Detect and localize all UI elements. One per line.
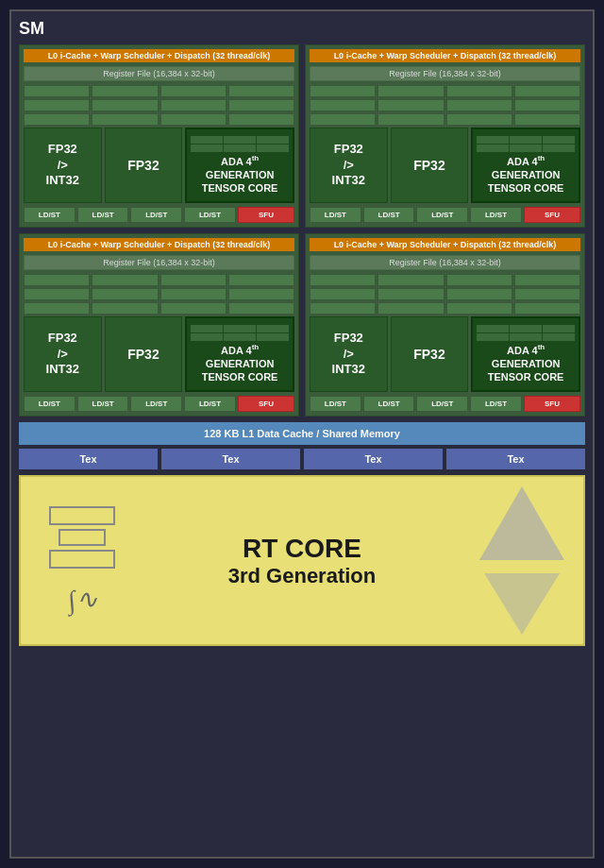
reg-cell — [92, 113, 158, 126]
fp32-int32-block-3: FP32/>INT32 — [24, 316, 102, 392]
ldst-cell-4: LD/ST — [184, 207, 236, 223]
fp32-block-2: FP32 — [391, 128, 469, 203]
reg-cell — [24, 302, 90, 315]
quadrants-grid: L0 i-Cache + Warp Scheduler + Dispatch (… — [19, 44, 585, 417]
tex-cell-2: Tex — [161, 449, 300, 469]
fp32-int32-label-2: FP32/>INT32 — [332, 142, 365, 190]
rt-core-title: RT CORE — [134, 533, 470, 565]
reg-cell — [24, 288, 90, 300]
ldst-sfu-row-4: LD/ST LD/ST LD/ST LD/ST SFU — [310, 396, 580, 412]
reg-cell — [92, 99, 158, 111]
tensor-mini-grid-1 — [191, 136, 289, 152]
reg-cell — [310, 274, 376, 286]
core-row-3: FP32/>INT32 FP32 ADA 4thGENERATIONTENSOR… — [24, 316, 294, 392]
reg-cell — [160, 288, 226, 300]
ldst-cell-10: LD/ST — [77, 396, 129, 412]
register-file-bar-4: Register File (16,384 x 32-bit) — [310, 255, 580, 270]
tensor-mini-grid-3 — [191, 325, 289, 341]
reg-cell — [446, 274, 512, 286]
reg-cell — [92, 274, 158, 286]
ldst-cell-2: LD/ST — [77, 207, 129, 223]
core-row-4: FP32/>INT32 FP32 ADA 4thGENERATIONTENSOR… — [310, 316, 580, 392]
reg-cell — [92, 85, 158, 97]
tensor-label-4: ADA 4thGENERATIONTENSOR CORE — [488, 343, 564, 384]
fp32-int32-block-2: FP32/>INT32 — [310, 128, 388, 203]
reg-cell — [378, 302, 444, 315]
reg-cell — [514, 302, 580, 315]
quadrant-top-left: L0 i-Cache + Warp Scheduler + Dispatch (… — [19, 44, 299, 228]
ldst-cell-5: LD/ST — [310, 207, 361, 223]
register-file-bar-2: Register File (16,384 x 32-bit) — [310, 66, 580, 81]
reg-cell — [228, 288, 294, 300]
reg-cell — [310, 99, 376, 111]
reg-cell — [310, 85, 376, 97]
fp32-int32-label-3: FP32/>INT32 — [46, 331, 79, 379]
fp32-label-2: FP32 — [413, 158, 445, 173]
sfu-cell-4: SFU — [524, 396, 580, 412]
rt-core-section: ∫∿ RT CORE 3rd Generation — [19, 475, 585, 646]
ldst-cell-8: LD/ST — [470, 207, 522, 223]
fp32-label-1: FP32 — [127, 158, 159, 173]
reg-cell — [24, 85, 90, 97]
reg-cell — [160, 274, 226, 286]
tensor-block-1: ADA 4thGENERATIONTENSOR CORE — [185, 128, 294, 203]
warp-scheduler-bar-3: L0 i-Cache + Warp Scheduler + Dispatch (… — [24, 238, 294, 251]
sm-block: SM L0 i-Cache + Warp Scheduler + Dispatc… — [9, 9, 595, 859]
warp-scheduler-bar-1: L0 i-Cache + Warp Scheduler + Dispatch (… — [24, 49, 294, 62]
reg-cell — [378, 288, 444, 300]
ldst-cell-15: LD/ST — [416, 396, 468, 412]
sfu-cell-2: SFU — [524, 207, 580, 223]
fp32-block-4: FP32 — [391, 316, 469, 392]
ldst-cell-14: LD/ST — [363, 396, 415, 412]
l1-cache-bar: 128 KB L1 Data Cache / Shared Memory — [19, 422, 585, 445]
tensor-block-3: ADA 4thGENERATIONTENSOR CORE — [185, 316, 294, 392]
register-file-bar-1: Register File (16,384 x 32-bit) — [24, 66, 294, 81]
reg-cell — [310, 288, 376, 300]
reg-cell — [160, 85, 226, 97]
ldst-cell-12: LD/ST — [184, 396, 236, 412]
reg-cell — [228, 113, 294, 126]
quadrant-bottom-left: L0 i-Cache + Warp Scheduler + Dispatch (… — [19, 233, 299, 417]
register-file-bar-3: Register File (16,384 x 32-bit) — [24, 255, 294, 270]
tex-cell-1: Tex — [19, 449, 158, 469]
reg-cell — [228, 302, 294, 315]
reg-cell — [446, 302, 512, 315]
fp32-int32-block-1: FP32/>INT32 — [24, 128, 102, 203]
register-grid-top-4 — [310, 274, 580, 315]
fp32-label-4: FP32 — [413, 347, 445, 362]
quadrant-top-right: L0 i-Cache + Warp Scheduler + Dispatch (… — [305, 44, 585, 228]
quadrant-bottom-right: L0 i-Cache + Warp Scheduler + Dispatch (… — [305, 233, 585, 417]
fp32-int32-label-1: FP32/>INT32 — [46, 142, 79, 190]
reg-cell — [160, 99, 226, 111]
reg-cell — [228, 99, 294, 111]
tex-cell-4: Tex — [446, 449, 585, 469]
tensor-mini-grid-2 — [477, 136, 575, 152]
rt-left-diagram: ∫∿ — [30, 506, 134, 615]
reg-cell — [446, 99, 512, 111]
reg-cell — [228, 85, 294, 97]
reg-cell — [160, 302, 226, 315]
fp32-int32-label-4: FP32/>INT32 — [332, 331, 365, 379]
reg-cell — [446, 85, 512, 97]
tex-row: Tex Tex Tex Tex — [19, 449, 585, 469]
rt-core-text: RT CORE 3rd Generation — [134, 533, 470, 589]
core-row-2: FP32/>INT32 FP32 ADA 4thGENERATIONTENSOR… — [310, 128, 580, 203]
ldst-cell-1: LD/ST — [24, 207, 76, 223]
tensor-label-3: ADA 4thGENERATIONTENSOR CORE — [202, 343, 278, 384]
ldst-sfu-row-2: LD/ST LD/ST LD/ST LD/ST SFU — [310, 207, 580, 223]
reg-cell — [24, 274, 90, 286]
reg-cell — [92, 302, 158, 315]
fp32-int32-block-4: FP32/>INT32 — [310, 316, 388, 392]
ldst-cell-11: LD/ST — [130, 396, 182, 412]
ldst-cell-7: LD/ST — [416, 207, 468, 223]
reg-cell — [24, 99, 90, 111]
reg-cell — [514, 85, 580, 97]
tensor-label-1: ADA 4thGENERATIONTENSOR CORE — [202, 154, 278, 196]
register-grid-top-2 — [310, 85, 580, 126]
warp-scheduler-bar-4: L0 i-Cache + Warp Scheduler + Dispatch (… — [310, 238, 580, 251]
fp32-block-3: FP32 — [105, 316, 183, 392]
register-grid-top-1 — [24, 85, 294, 126]
squiggle-left: ∫∿ — [66, 583, 97, 617]
ldst-cell-9: LD/ST — [24, 396, 76, 412]
reg-cell — [378, 274, 444, 286]
